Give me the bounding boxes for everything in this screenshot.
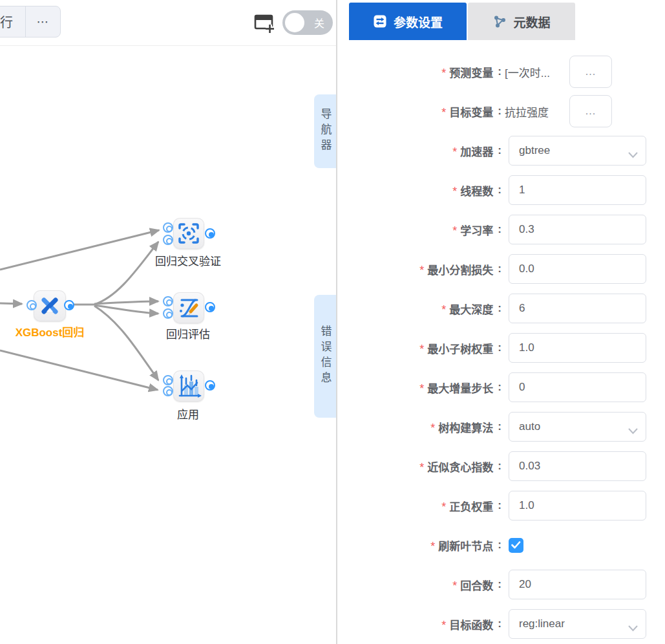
param-row-8: *最大增量步长:	[337, 372, 665, 402]
workflow-canvas[interactable]: XGBoost回归 回归交叉验证	[0, 0, 336, 644]
label-colon: :	[498, 144, 501, 157]
required-asterisk: *	[441, 106, 446, 120]
chevron-down-icon	[628, 149, 638, 162]
param-input-11[interactable]	[509, 491, 646, 521]
node-regression-cross-validation[interactable]	[173, 218, 204, 249]
param-select-2[interactable]: gbtree	[509, 136, 646, 166]
label-colon: :	[498, 420, 501, 433]
param-input-5[interactable]	[509, 254, 646, 284]
ellipsis-picker-button-0[interactable]: ...	[569, 56, 612, 88]
node-apply[interactable]	[173, 370, 204, 402]
toggle-knob	[285, 13, 304, 32]
navigator-side-tab[interactable]: 导航器	[314, 94, 336, 168]
label-colon: :	[498, 302, 501, 315]
field-label-1: *目标变量:	[337, 103, 501, 120]
param-input-6[interactable]	[509, 294, 646, 323]
port-in2-eval[interactable]	[163, 308, 173, 319]
node-xgboost-regression[interactable]	[34, 290, 66, 321]
param-value-0: [一次时...	[505, 64, 569, 80]
param-input-4[interactable]	[509, 215, 646, 244]
param-input-13[interactable]	[509, 570, 646, 599]
label-colon: :	[498, 539, 501, 552]
param-row-4: *学习率:	[337, 215, 665, 244]
cross-validation-icon	[173, 218, 204, 249]
field-label-9: *树构建算法:	[337, 419, 501, 435]
port-in1-apply[interactable]	[163, 375, 173, 385]
param-row-3: *线程数:	[337, 175, 665, 205]
param-checkbox-12[interactable]	[509, 538, 523, 553]
port-in-xgboost[interactable]	[26, 300, 37, 310]
label-colon: :	[498, 381, 501, 394]
param-value-1: 抗拉强度	[505, 103, 569, 120]
param-row-14: *目标函数:reg:linear	[337, 609, 665, 639]
xgboost-icon	[34, 290, 66, 321]
required-asterisk: *	[419, 264, 424, 277]
required-asterisk: *	[430, 540, 435, 553]
node-regression-evaluation[interactable]	[173, 292, 204, 323]
toggle-switch-off[interactable]: 关	[282, 10, 333, 35]
run-button[interactable]: 行	[0, 6, 25, 37]
param-select-9[interactable]: auto	[509, 412, 646, 442]
port-in2-apply[interactable]	[163, 386, 173, 396]
tab-parameter-settings[interactable]: 参数设置	[349, 3, 467, 40]
select-value-2: gbtree	[519, 144, 550, 157]
param-row-13: *回合数:	[337, 570, 665, 599]
label-colon: :	[498, 223, 501, 236]
param-row-1: *目标变量:抗拉强度...	[337, 96, 665, 126]
param-row-9: *树构建算法:auto	[337, 412, 665, 442]
required-asterisk: *	[441, 67, 446, 80]
field-label-2: *加速器:	[337, 143, 501, 159]
required-asterisk: *	[452, 224, 457, 238]
port-out-cv[interactable]	[205, 228, 215, 239]
param-select-14[interactable]: reg:linear	[509, 609, 646, 639]
node-label-cv: 回归交叉验证	[133, 252, 243, 268]
tab-parameter-settings-label: 参数设置	[394, 13, 443, 30]
parameter-form: *预测变量:[一次时......*目标变量:抗拉强度...*加速器:gbtree…	[337, 57, 665, 644]
param-row-7: *最小子树权重:	[337, 333, 665, 363]
metadata-icon	[492, 14, 507, 28]
apply-icon	[173, 370, 204, 402]
field-label-0: *预测变量:	[337, 64, 501, 80]
error-info-side-tab[interactable]: 错误信息	[314, 295, 336, 418]
param-input-7[interactable]	[509, 333, 646, 363]
required-asterisk: *	[430, 422, 435, 435]
required-asterisk: *	[419, 382, 424, 396]
field-label-7: *最小子树权重:	[337, 340, 501, 356]
field-label-10: *近似贪心指数:	[337, 458, 501, 475]
required-asterisk: *	[441, 619, 446, 632]
field-label-13: *回合数:	[337, 577, 501, 593]
app-window: XGBoost回归 回归交叉验证	[0, 0, 665, 644]
port-in2-cv[interactable]	[163, 235, 173, 245]
field-label-3: *线程数:	[337, 182, 501, 199]
port-out-apply[interactable]	[205, 380, 215, 391]
more-actions-button[interactable]: ⋯	[25, 6, 60, 37]
field-label-5: *最小分割损失:	[337, 261, 501, 277]
ellipsis-picker-button-1[interactable]: ...	[569, 95, 612, 127]
param-row-11: *正负权重:	[337, 491, 665, 521]
param-input-8[interactable]	[509, 372, 646, 402]
select-value-14: reg:linear	[519, 617, 565, 630]
new-window-icon[interactable]	[253, 12, 276, 35]
field-label-4: *学习率:	[337, 222, 501, 238]
node-label-apply: 应用	[133, 405, 243, 422]
field-label-8: *最大增量步长:	[337, 380, 501, 396]
tab-metadata[interactable]: 元数据	[468, 3, 575, 40]
required-asterisk: *	[441, 500, 446, 514]
label-colon: :	[498, 65, 501, 78]
parameter-panel: 参数设置 元数据 *预测变量:[一次时......*目标变量:抗拉强度...*加…	[337, 0, 665, 644]
field-label-11: *正负权重:	[337, 498, 501, 514]
toggle-label: 关	[314, 15, 324, 30]
param-input-3[interactable]	[509, 175, 646, 205]
param-row-10: *近似贪心指数:	[337, 451, 665, 481]
port-out-eval[interactable]	[205, 302, 215, 312]
node-label-xgboost: XGBoost回归	[0, 323, 105, 339]
required-asterisk: *	[441, 303, 446, 317]
field-label-14: *目标函数:	[337, 616, 501, 632]
field-label-12: *刷新叶节点:	[337, 537, 501, 553]
label-colon: :	[498, 105, 501, 118]
port-in1-cv[interactable]	[163, 222, 173, 233]
param-input-10[interactable]	[509, 451, 646, 481]
port-out-xgboost[interactable]	[64, 300, 74, 310]
evaluation-icon	[173, 292, 204, 323]
port-in1-eval[interactable]	[163, 296, 173, 306]
